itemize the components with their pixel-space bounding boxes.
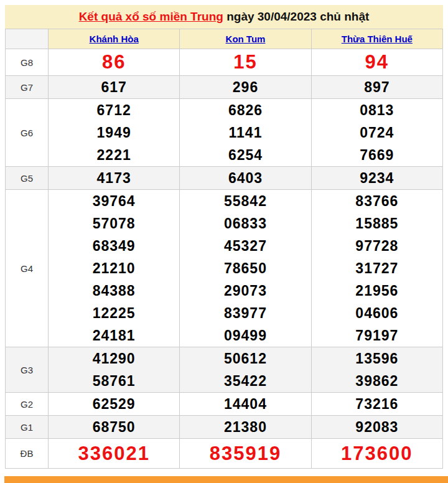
result-number: 04606: [312, 302, 442, 324]
result-number: 29073: [180, 279, 310, 302]
result-number: 14404: [180, 393, 310, 415]
prize-label: G6: [6, 99, 49, 167]
result-number: 12225: [49, 302, 179, 324]
result-number: 73216: [312, 393, 442, 415]
province-link[interactable]: Kon Tum: [226, 34, 266, 44]
prize-row-g6: G6671219492221682611416254081307247669: [6, 99, 443, 167]
result-number: 21380: [180, 416, 310, 438]
numbers-cell: 6403: [180, 167, 311, 190]
numbers-cell: 94: [311, 49, 442, 76]
result-number: 45327: [180, 235, 310, 257]
result-number: 15885: [312, 212, 442, 235]
bottom-orange-bar: [4, 476, 448, 483]
prize-row-g1: G1687502138092083: [6, 416, 443, 439]
prize-row-g7: G7617296897: [6, 76, 443, 99]
numbers-cell: 14404: [180, 393, 311, 416]
result-number: 57078: [49, 212, 179, 235]
province-header-0: Khánh Hòa: [49, 29, 180, 49]
result-number: 296: [180, 76, 310, 98]
numbers-cell: 336021: [49, 439, 180, 469]
result-number: 86: [49, 49, 179, 75]
result-number: 897: [312, 76, 442, 98]
result-number: 6712: [49, 99, 179, 121]
result-number: 50612: [180, 347, 310, 370]
result-number: 41290: [49, 347, 179, 370]
result-number: 835919: [180, 439, 310, 468]
prize-label: G8: [6, 49, 49, 76]
results-body: G8861594G7617296897G66712194922216826114…: [6, 49, 443, 469]
result-number: 0724: [312, 121, 442, 144]
numbers-cell: 081307247669: [311, 99, 442, 167]
prize-label: G4: [6, 190, 49, 347]
numbers-cell: 73216: [311, 393, 442, 416]
numbers-cell: 835919: [180, 439, 311, 469]
result-number: 173600: [312, 439, 442, 468]
result-number: 6826: [180, 99, 310, 121]
province-header-1: Kon Tum: [180, 29, 311, 49]
numbers-cell: 4173: [49, 167, 180, 190]
result-number: 68349: [49, 235, 179, 257]
prize-row-đb: ĐB336021835919173600: [6, 439, 443, 469]
result-number: 15: [180, 49, 310, 75]
result-number: 21210: [49, 257, 179, 279]
numbers-cell: 21380: [180, 416, 311, 439]
result-number: 336021: [49, 439, 179, 468]
numbers-cell: 62529: [49, 393, 180, 416]
result-number: 1949: [49, 121, 179, 144]
result-number: 83977: [180, 302, 310, 324]
lottery-results-table: Khánh HòaKon TumThừa Thiên Huế G8861594G…: [5, 29, 443, 469]
result-number: 7669: [312, 144, 442, 166]
region-title-link[interactable]: Kết quả xổ số miền Trung: [79, 10, 223, 23]
result-number: 617: [49, 76, 179, 98]
prize-row-g3: G3412905876150612354221359639862: [6, 347, 443, 393]
result-number: 6403: [180, 167, 310, 189]
result-number: 92083: [312, 416, 442, 438]
results-page: Kết quả xổ số miền Trung ngày 30/04/2023…: [5, 5, 443, 469]
prize-label: G3: [6, 347, 49, 393]
numbers-cell: 671219492221: [49, 99, 180, 167]
result-number: 13596: [312, 347, 442, 370]
numbers-cell: 296: [180, 76, 311, 99]
result-number: 35422: [180, 370, 310, 392]
province-link[interactable]: Thừa Thiên Huế: [342, 34, 413, 44]
numbers-cell: 92083: [311, 416, 442, 439]
numbers-cell: 5061235422: [180, 347, 311, 393]
numbers-cell: 83766158859772831727219560460679197: [311, 190, 442, 347]
result-number: 21956: [312, 279, 442, 302]
result-number: 31727: [312, 257, 442, 279]
corner-cell: [6, 29, 49, 49]
numbers-cell: 617: [49, 76, 180, 99]
result-number: 62529: [49, 393, 179, 415]
result-number: 68750: [49, 416, 179, 438]
result-number: 6254: [180, 144, 310, 166]
title-date: ngày 30/04/2023 chủ nhật: [223, 10, 369, 23]
result-number: 94: [312, 49, 442, 75]
province-link[interactable]: Khánh Hòa: [90, 34, 139, 44]
numbers-cell: 4129058761: [49, 347, 180, 393]
prize-label: ĐB: [6, 439, 49, 469]
result-number: 1141: [180, 121, 310, 144]
result-number: 97728: [312, 235, 442, 257]
numbers-cell: 173600: [311, 439, 442, 469]
result-number: 84388: [49, 279, 179, 302]
result-number: 24181: [49, 324, 179, 347]
province-header-2: Thừa Thiên Huế: [311, 29, 442, 49]
page-title: Kết quả xổ số miền Trung ngày 30/04/2023…: [5, 5, 443, 29]
result-number: 0813: [312, 99, 442, 121]
result-number: 4173: [49, 167, 179, 189]
numbers-cell: 55842068334532778650290738397709499: [180, 190, 311, 347]
prize-label: G2: [6, 393, 49, 416]
result-number: 39862: [312, 370, 442, 392]
result-number: 2221: [49, 144, 179, 166]
result-number: 09499: [180, 324, 310, 347]
numbers-cell: 68750: [49, 416, 180, 439]
result-number: 9234: [312, 167, 442, 189]
numbers-cell: 9234: [311, 167, 442, 190]
numbers-cell: 897: [311, 76, 442, 99]
prize-row-g8: G8861594: [6, 49, 443, 76]
result-number: 06833: [180, 212, 310, 235]
result-number: 79197: [312, 324, 442, 347]
prize-label: G7: [6, 76, 49, 99]
prize-row-g4: G439764570786834921210843881222524181558…: [6, 190, 443, 347]
result-number: 58761: [49, 370, 179, 392]
